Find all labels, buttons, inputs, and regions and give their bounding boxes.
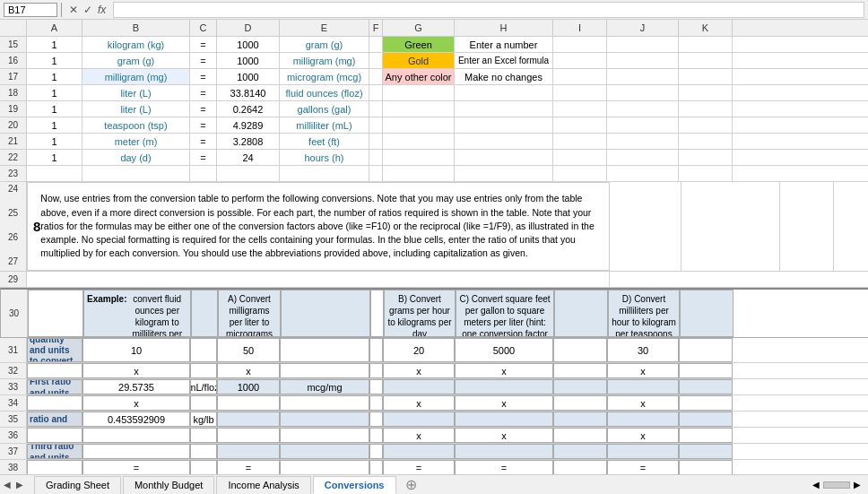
tab-prev-icon[interactable]: ◀ xyxy=(4,480,11,490)
cell-a17[interactable]: 1 xyxy=(27,69,82,84)
cell-e20[interactable]: milliliter (mL) xyxy=(280,117,369,133)
cell-h33[interactable] xyxy=(455,379,553,394)
tab-monthly-budget[interactable]: Monthly Budget xyxy=(123,476,214,494)
col-header-i[interactable]: I xyxy=(553,20,607,36)
cell-e16[interactable]: milligram (mg) xyxy=(280,53,369,68)
cell-b31[interactable]: 10 xyxy=(82,338,190,362)
cell-g16[interactable]: Gold xyxy=(383,53,455,68)
cell-h32[interactable]: x xyxy=(455,363,553,378)
cell-j33[interactable] xyxy=(607,379,679,394)
cell-h31[interactable]: 5000 xyxy=(455,338,553,362)
cell-c33[interactable]: mL/floz xyxy=(190,379,217,394)
col-header-g[interactable]: G xyxy=(383,20,455,36)
tab-income-analysis[interactable]: Income Analysis xyxy=(216,476,310,494)
cell-b18[interactable]: liter (L) xyxy=(82,85,190,100)
cell-c16[interactable]: = xyxy=(190,53,217,68)
cell-i35[interactable] xyxy=(553,412,607,427)
cell-a21[interactable]: 1 xyxy=(27,134,82,149)
cell-e19[interactable]: gallons (gal) xyxy=(280,101,369,117)
cell-g17[interactable]: Any other color xyxy=(383,69,455,84)
tab-conversions[interactable]: Conversions xyxy=(313,476,396,494)
col-header-h[interactable]: H xyxy=(455,20,553,36)
cell-e33[interactable]: mcg/mg xyxy=(280,379,369,394)
cell-a22[interactable]: 1 xyxy=(27,150,82,165)
cell-c15[interactable]: = xyxy=(190,37,217,52)
cell-h34[interactable]: x xyxy=(455,395,553,411)
cell-c20[interactable]: = xyxy=(190,117,217,133)
cell-b22[interactable]: day (d) xyxy=(82,150,190,165)
scroll-left-icon[interactable]: ◀ xyxy=(812,480,820,490)
cell-a19[interactable]: 1 xyxy=(27,101,82,117)
cell-h17[interactable]: Make no changes xyxy=(455,69,553,84)
cell-c21[interactable]: = xyxy=(190,134,217,149)
cell-g32[interactable]: x xyxy=(383,363,455,378)
cell-j32[interactable]: x xyxy=(607,363,679,378)
cell-e15[interactable]: gram (g) xyxy=(280,37,369,52)
scroll-right-icon[interactable]: ▶ xyxy=(854,480,861,490)
cell-c17[interactable]: = xyxy=(190,69,217,84)
cell-k33[interactable] xyxy=(679,379,733,394)
cell-e21[interactable]: feet (ft) xyxy=(280,134,369,149)
cell-i37[interactable] xyxy=(553,444,607,459)
cell-d32[interactable]: x xyxy=(217,363,280,378)
cell-d35[interactable] xyxy=(217,412,280,427)
cell-b32[interactable]: x xyxy=(82,363,190,378)
cell-b35[interactable]: 0.453592909 xyxy=(82,412,190,427)
cell-d18[interactable]: 33.8140 xyxy=(217,85,280,100)
col-header-a[interactable]: A xyxy=(27,20,82,36)
cell-b16[interactable]: gram (g) xyxy=(82,53,190,68)
cell-e37[interactable] xyxy=(280,444,369,459)
tab-grading-sheet[interactable]: Grading Sheet xyxy=(34,476,121,494)
cell-d17[interactable]: 1000 xyxy=(217,69,280,84)
cell-b17[interactable]: milligram (mg) xyxy=(82,69,190,84)
cell-g36[interactable]: x xyxy=(383,428,455,443)
cell-a20[interactable]: 1 xyxy=(27,117,82,133)
add-sheet-button[interactable]: ⊕ xyxy=(398,476,424,493)
cell-d20[interactable]: 4.9289 xyxy=(217,117,280,133)
cell-g37[interactable] xyxy=(383,444,455,459)
col-header-k[interactable]: K xyxy=(679,20,733,36)
cell-e18[interactable]: fluid ounces (floz) xyxy=(280,85,369,100)
cell-c35[interactable]: kg/lb xyxy=(190,412,217,427)
cell-b19[interactable]: liter (L) xyxy=(82,101,190,117)
cell-j36[interactable]: x xyxy=(607,428,679,443)
cell-reference[interactable] xyxy=(4,3,57,17)
cell-d31[interactable]: 50 xyxy=(217,338,280,362)
cell-d21[interactable]: 3.2808 xyxy=(217,134,280,149)
col-header-f[interactable]: F xyxy=(369,20,383,36)
col-header-j[interactable]: J xyxy=(607,20,679,36)
cell-a18[interactable]: 1 xyxy=(27,85,82,100)
cell-g35[interactable] xyxy=(383,412,455,427)
cell-h15[interactable]: Enter a number xyxy=(455,37,553,52)
cell-a16[interactable]: 1 xyxy=(27,53,82,68)
formula-input[interactable] xyxy=(113,2,864,18)
cell-g31[interactable]: 20 xyxy=(383,338,455,362)
col-header-b[interactable]: B xyxy=(82,20,190,36)
cell-g15[interactable]: Green xyxy=(383,37,455,52)
cell-k37[interactable] xyxy=(679,444,733,459)
col-header-c[interactable]: C xyxy=(190,20,217,36)
cell-d19[interactable]: 0.2642 xyxy=(217,101,280,117)
cell-b20[interactable]: teaspoon (tsp) xyxy=(82,117,190,133)
cell-d16[interactable]: 1000 xyxy=(217,53,280,68)
col-header-d[interactable]: D xyxy=(217,20,280,36)
cell-c18[interactable]: = xyxy=(190,85,217,100)
cell-d37[interactable] xyxy=(217,444,280,459)
cell-e17[interactable]: microgram (mcg) xyxy=(280,69,369,84)
cell-h37[interactable] xyxy=(455,444,553,459)
cell-j35[interactable] xyxy=(607,412,679,427)
cell-h16[interactable]: Enter an Excel formula xyxy=(455,53,553,68)
cell-b21[interactable]: meter (m) xyxy=(82,134,190,149)
cell-j37[interactable] xyxy=(607,444,679,459)
cell-i33[interactable] xyxy=(553,379,607,394)
col-header-e[interactable]: E xyxy=(280,20,369,36)
confirm-icon[interactable]: ✓ xyxy=(83,4,92,16)
cell-k35[interactable] xyxy=(679,412,733,427)
cell-e22[interactable]: hours (h) xyxy=(280,150,369,165)
cell-c19[interactable]: = xyxy=(190,101,217,117)
cancel-icon[interactable]: ✕ xyxy=(69,4,78,16)
cell-g33[interactable] xyxy=(383,379,455,394)
cell-e35[interactable] xyxy=(280,412,369,427)
cell-c22[interactable]: = xyxy=(190,150,217,165)
cell-h36[interactable]: x xyxy=(455,428,553,443)
